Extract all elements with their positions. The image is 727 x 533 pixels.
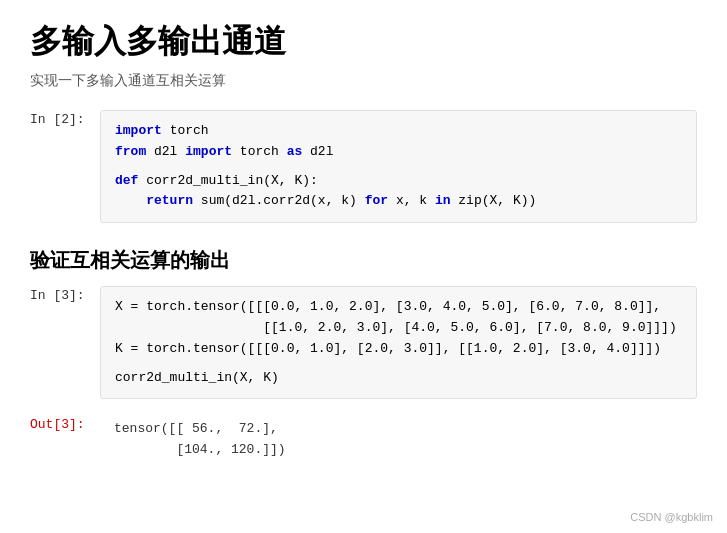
code-line-1: import torch	[115, 121, 682, 142]
subtitle: 实现一下多输入通道互相关运算	[30, 72, 697, 90]
cell-3-label: In [3]:	[30, 286, 100, 303]
cell-3-code[interactable]: X = torch.tensor([[[0.0, 1.0, 2.0], [3.0…	[100, 286, 697, 399]
out-3-label: Out[3]:	[30, 415, 100, 432]
out-line-2: [104., 120.]])	[114, 440, 683, 461]
code-line-x2: [[1.0, 2.0, 3.0], [4.0, 5.0, 6.0], [7.0,…	[115, 318, 682, 339]
cell-2-code[interactable]: import torch from d2l import torch as d2…	[100, 110, 697, 223]
code-line-x1: X = torch.tensor([[[0.0, 1.0, 2.0], [3.0…	[115, 297, 682, 318]
code-line-3: def corr2d_multi_in(X, K):	[115, 171, 682, 192]
code-line-2: from d2l import torch as d2l	[115, 142, 682, 163]
cell-out3: Out[3]: tensor([[ 56., 72.], [104., 120.…	[30, 415, 697, 465]
cell-3: In [3]: X = torch.tensor([[[0.0, 1.0, 2.…	[30, 286, 697, 399]
page-title: 多输入多输出通道	[30, 20, 697, 64]
cell-2-label: In [2]:	[30, 110, 100, 127]
out-3-output: tensor([[ 56., 72.], [104., 120.]])	[100, 415, 697, 465]
out-line-1: tensor([[ 56., 72.],	[114, 419, 683, 440]
section-1-heading: 验证互相关运算的输出	[30, 247, 697, 274]
code-line-k1: K = torch.tensor([[[0.0, 1.0], [2.0, 3.0…	[115, 339, 682, 360]
cell-2: In [2]: import torch from d2l import tor…	[30, 110, 697, 223]
watermark: CSDN @kgbklim	[630, 511, 713, 523]
code-line-4: return sum(d2l.corr2d(x, k) for x, k in …	[115, 191, 682, 212]
code-line-call: corr2d_multi_in(X, K)	[115, 368, 682, 389]
